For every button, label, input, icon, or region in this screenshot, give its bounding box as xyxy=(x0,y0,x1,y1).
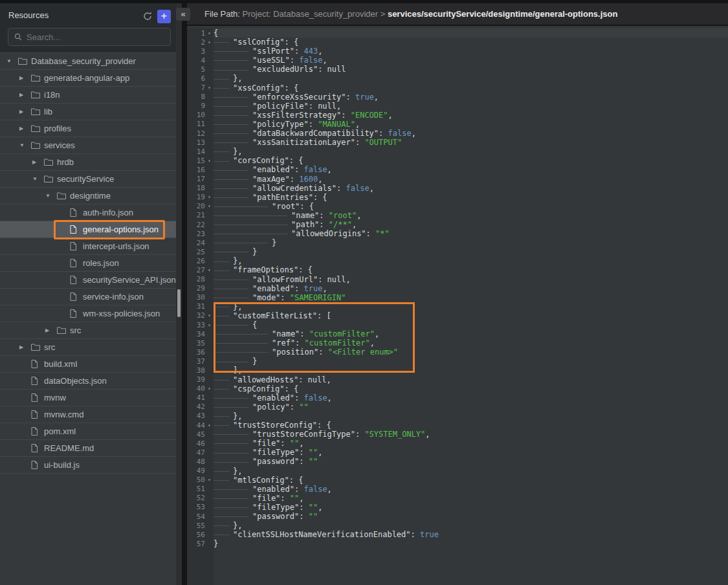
code-token: "customFilter" xyxy=(305,338,370,348)
tree-item[interactable]: ▶profiles xyxy=(0,120,176,137)
tree-item[interactable]: ▶i18n xyxy=(0,87,176,104)
fold-toggle-icon[interactable]: ▾ xyxy=(205,423,214,428)
fold-toggle-icon[interactable]: ▾ xyxy=(205,322,214,328)
chevron-down-icon[interactable]: ▼ xyxy=(5,58,18,64)
line-number: 46 xyxy=(187,439,205,448)
gutter-row: 26 xyxy=(187,256,214,265)
code-token: "maxAge": xyxy=(252,175,299,184)
file-icon xyxy=(70,259,83,267)
chevron-right-icon[interactable]: ▶ xyxy=(18,109,31,115)
line-number: 19 xyxy=(187,193,205,201)
indent-guide xyxy=(214,302,233,311)
code-line: { xyxy=(214,28,728,38)
search-input[interactable] xyxy=(27,29,168,45)
tree-scrollbar-thumb[interactable] xyxy=(177,289,181,317)
refresh-button[interactable] xyxy=(142,11,154,23)
fold-toggle-icon[interactable]: ▾ xyxy=(205,477,214,483)
panel-divider xyxy=(182,0,187,585)
tree-item[interactable]: wm-xss-policies.json xyxy=(0,305,176,322)
fold-toggle-icon[interactable]: ▾ xyxy=(205,267,214,273)
line-number: 9 xyxy=(187,102,205,110)
gutter-row: 19▾ xyxy=(187,193,214,202)
tree-item[interactable]: dataObjects.json xyxy=(0,373,176,390)
code-token: , xyxy=(388,111,393,120)
fold-toggle-icon[interactable]: ▾ xyxy=(205,30,214,36)
chevron-right-icon[interactable]: ▶ xyxy=(18,126,31,131)
code-line: }, xyxy=(214,302,728,311)
tree-item[interactable]: auth-info.json xyxy=(0,204,176,221)
code-token: , xyxy=(318,175,322,184)
chevron-right-icon[interactable]: ▶ xyxy=(31,159,44,165)
code-token: "*" xyxy=(375,229,390,238)
fold-toggle-icon[interactable]: ▾ xyxy=(205,39,214,45)
tree-item[interactable]: ▶hrdb xyxy=(0,154,176,171)
code-token: "allowedOrigins": xyxy=(291,229,375,238)
indent-guide xyxy=(214,193,252,202)
add-button[interactable]: + xyxy=(157,10,171,23)
tree-item[interactable]: securityService_API.json xyxy=(0,272,176,289)
chevron-right-icon[interactable]: ▶ xyxy=(44,327,57,333)
chevron-right-icon[interactable]: ▶ xyxy=(18,344,31,350)
fold-toggle-icon[interactable]: ▾ xyxy=(205,313,214,318)
line-number: 56 xyxy=(187,531,205,539)
tree-item[interactable]: ▶src xyxy=(0,322,176,339)
tree-item[interactable]: ▼services xyxy=(0,137,176,154)
tree-item[interactable]: ▼Database_security_provider xyxy=(0,53,176,70)
tree-item[interactable]: mvnw.cmd xyxy=(0,406,176,423)
line-number: 22 xyxy=(187,221,205,229)
gutter-row: 10 xyxy=(187,111,214,120)
tree-item[interactable]: ui-build.js xyxy=(0,457,176,474)
code-line: "trustStoreConfig": { xyxy=(214,421,728,430)
tree-item[interactable]: roles.json xyxy=(0,255,176,272)
tree-item[interactable]: ▼securityService xyxy=(0,171,176,188)
code-token: , xyxy=(370,184,374,193)
tree-item[interactable]: ▼designtime xyxy=(0,188,176,204)
fold-toggle-icon[interactable]: ▾ xyxy=(205,386,214,392)
tree-item[interactable]: ▶src xyxy=(0,339,176,356)
tree-item[interactable]: pom.xml xyxy=(0,423,176,440)
gutter-row: 56 xyxy=(187,530,214,539)
indent-guide xyxy=(214,530,233,539)
indent-guide xyxy=(214,412,233,421)
tree-item[interactable]: ▶lib xyxy=(0,104,176,120)
collapse-panel-button[interactable]: « xyxy=(176,8,190,21)
code-token: "clientSSLHostNameVerificationEnabled": xyxy=(233,530,420,539)
fold-toggle-icon[interactable]: ▾ xyxy=(205,158,214,164)
resources-panel-header: Resources + xyxy=(0,3,176,28)
code-token: "" xyxy=(309,457,318,466)
code-line: "fileType": "", xyxy=(214,503,728,512)
line-number: 42 xyxy=(187,403,205,411)
code-token: , xyxy=(299,439,303,448)
tree-item[interactable]: mvnw xyxy=(0,390,176,406)
line-number: 32 xyxy=(187,311,205,320)
code-line: "root": { xyxy=(214,202,728,211)
tree-item[interactable]: build.xml xyxy=(0,356,176,373)
line-number: 17 xyxy=(187,175,205,183)
code-token: , xyxy=(322,284,327,293)
tree-item[interactable]: general-options.json xyxy=(0,221,176,238)
fold-toggle-icon[interactable]: ▾ xyxy=(205,194,214,200)
code-token: "file": xyxy=(252,494,290,503)
fold-toggle-icon[interactable]: ▾ xyxy=(205,203,214,209)
folder-icon xyxy=(31,91,44,98)
code-token: 1600 xyxy=(299,175,318,184)
tree-item[interactable]: intercept-urls.json xyxy=(0,238,176,255)
code-editor[interactable]: 1▾2▾34567▾89101112131415▾16171819▾20▾212… xyxy=(187,26,728,585)
code-token: "excludedUrls": null xyxy=(252,65,346,74)
code-line: "password": "" xyxy=(214,512,728,521)
code-line: "corsConfig": { xyxy=(214,156,728,165)
chevron-right-icon[interactable]: ▶ xyxy=(18,92,31,98)
line-number: 40 xyxy=(187,384,205,393)
chevron-down-icon[interactable]: ▼ xyxy=(18,142,31,148)
code-token: "OUTPUT" xyxy=(364,138,402,147)
chevron-right-icon[interactable]: ▶ xyxy=(18,75,31,81)
tree-item[interactable]: service-info.json xyxy=(0,289,176,305)
fold-toggle-icon[interactable]: ▾ xyxy=(205,85,214,91)
code-line: "xssFilterStrategy": "ENCODE", xyxy=(214,111,728,120)
tree-item[interactable]: README.md xyxy=(0,440,176,457)
tree-item[interactable]: ▶generated-angular-app xyxy=(0,70,176,87)
chevron-down-icon[interactable]: ▼ xyxy=(31,176,44,182)
line-number: 27 xyxy=(187,266,205,274)
gutter-row: 1▾ xyxy=(187,28,214,38)
chevron-down-icon[interactable]: ▼ xyxy=(44,193,57,199)
